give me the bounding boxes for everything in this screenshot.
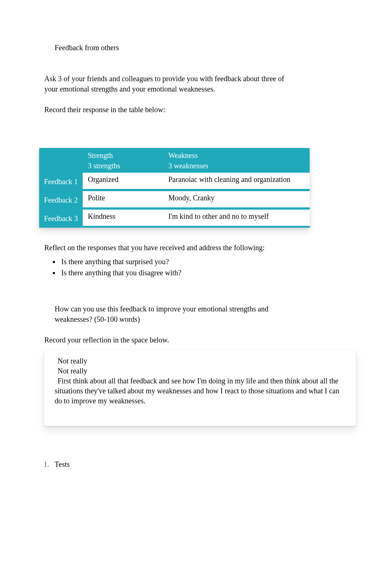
table-row: Feedback 2 Polite Moody, Cranky	[39, 191, 310, 209]
record-reflection-prompt: Record your reflection in the space belo…	[44, 335, 348, 345]
section-title: Feedback from others	[55, 42, 348, 53]
reflection-body: First think about all that feedback and …	[55, 376, 345, 406]
table-row: Feedback 1 Organized Paranoiac with clea…	[39, 172, 310, 191]
list-item: Is there anything that you disagree with…	[60, 268, 348, 278]
list-item: Is there anything that surprised you?	[60, 256, 348, 267]
record-prompt: Record their response in the table below…	[44, 104, 348, 115]
reflection-box: Not really Not really First think about …	[44, 350, 356, 426]
reflection-line-1: Not really	[58, 356, 345, 366]
table-header-strength: Strength	[83, 148, 163, 161]
table-cell-weakness: Moody, Cranky	[163, 191, 310, 209]
table-cell-strength: Kindness	[83, 209, 163, 228]
list-item-label: Tests	[55, 460, 70, 468]
intro-paragraph: Ask 3 of your friends and colleagues to …	[44, 73, 295, 94]
table-row-label: Feedback 3	[39, 209, 83, 228]
table-subheader-row: 3 strengths 3 weaknesses	[39, 161, 310, 172]
reflect-intro: Reflect on the responses that you have r…	[44, 242, 348, 253]
table-header-weakness: Weakness	[163, 148, 310, 161]
table-cell-weakness: I'm kind to other and no to myself	[163, 209, 310, 228]
list-item: Tests	[51, 459, 348, 469]
table-header-row: Strength Weakness	[39, 148, 310, 161]
table-cell-weakness: Paranoiac with cleaning and organization	[163, 172, 310, 191]
table-row: Feedback 3 Kindness I'm kind to other an…	[39, 209, 310, 228]
table-row-label: Feedback 2	[39, 191, 83, 209]
reflection-line-2: Not really	[58, 366, 345, 376]
ordered-list: Tests	[51, 459, 348, 469]
feedback-table: Strength Weakness 3 strengths 3 weakness…	[39, 148, 310, 228]
table-cell-strength: Organized	[83, 172, 163, 191]
table-row-label: Feedback 1	[39, 172, 83, 191]
table-subheader-strength: 3 strengths	[83, 161, 163, 172]
table-subheader-weakness: 3 weaknesses	[163, 161, 310, 172]
table-cell-strength: Polite	[83, 191, 163, 209]
reflect-bullets: Is there anything that surprised you? Is…	[60, 256, 348, 278]
improve-prompt: How can you use this feedback to improve…	[55, 304, 291, 324]
